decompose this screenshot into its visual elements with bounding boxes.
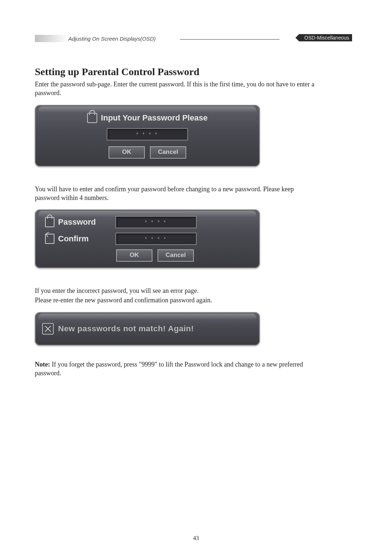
osd-error-dialog: New passwords not match! Again! (35, 312, 260, 346)
paragraph-3a: If you enter the incorrect password, you… (35, 286, 318, 295)
lock-closed-icon (45, 217, 54, 227)
header-rule (180, 39, 279, 40)
paragraph-2: You will have to enter and confirm your … (35, 185, 318, 203)
section-heading: Setting up Parental Control Password (35, 66, 318, 78)
osd1-buttons: OK Cancel (45, 146, 250, 159)
page-header: Adjusting On Screen Displays(OSD) OSD-Mi… (35, 36, 352, 44)
page-number: 43 (0, 535, 392, 541)
header-gradient (35, 35, 68, 42)
ok-button[interactable]: OK (109, 146, 145, 159)
osd1-title-row: Input Your Password Please (45, 113, 250, 123)
osd1-title: Input Your Password Please (101, 113, 208, 123)
cancel-button[interactable]: Cancel (150, 146, 186, 159)
lock-icon (87, 113, 97, 123)
osd3-message: New passwords not match! Again! (58, 324, 194, 334)
osd2-password-label-wrap: Password (45, 217, 110, 227)
osd2-confirm-row: Confirm * * * * (45, 233, 250, 245)
osd-change-password-dialog: Password * * * * Confirm * * * * OK Canc… (35, 209, 260, 268)
intro-paragraph: Enter the password sub-page. Enter the c… (35, 80, 318, 98)
error-icon (42, 323, 54, 335)
osd2-confirm-input[interactable]: * * * * (115, 233, 197, 245)
osd2-password-input[interactable]: * * * * (115, 216, 197, 228)
osd1-password-input[interactable]: * * * * (107, 128, 188, 140)
ok-button[interactable]: OK (116, 249, 152, 262)
note-text: If you forget the password, press "9999"… (35, 361, 303, 377)
note-paragraph: Note: If you forget the password, press … (35, 360, 318, 378)
paragraph-3b: Please re-enter the new password and con… (35, 296, 318, 304)
content: Setting up Parental Control Password Ent… (35, 66, 318, 385)
osd2-confirm-label-wrap: Confirm (45, 234, 110, 244)
osd2-buttons: OK Cancel (116, 249, 250, 262)
breadcrumb: Adjusting On Screen Displays(OSD) (68, 36, 156, 42)
cancel-button[interactable]: Cancel (158, 249, 194, 262)
osd2-password-row: Password * * * * (45, 216, 250, 228)
osd2-confirm-label: Confirm (58, 234, 89, 244)
note-label: Note: (35, 361, 50, 368)
osd2-password-label: Password (58, 217, 96, 227)
osd-input-password-dialog: Input Your Password Please * * * * OK Ca… (35, 105, 260, 167)
header-badge: OSD-Miscellaneous (299, 34, 352, 41)
osd3-row: New passwords not match! Again! (42, 323, 253, 335)
lock-open-icon (45, 234, 54, 244)
